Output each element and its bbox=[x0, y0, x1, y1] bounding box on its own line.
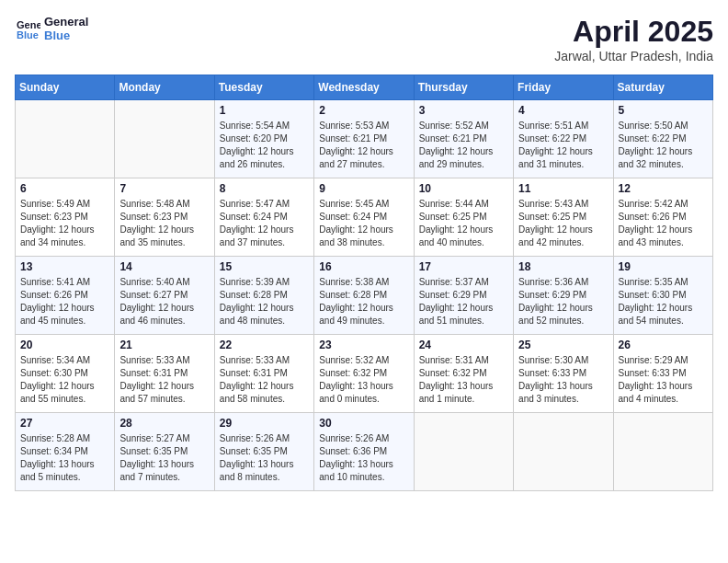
logo-icon: General Blue bbox=[15, 16, 40, 41]
calendar-cell: 27Sunrise: 5:28 AMSunset: 6:34 PMDayligh… bbox=[16, 413, 115, 491]
sunrise-text: Sunrise: 5:45 AM bbox=[319, 198, 408, 211]
month-title: April 2025 bbox=[554, 15, 713, 49]
day-number: 5 bbox=[619, 104, 708, 117]
calendar-table: Sunday Monday Tuesday Wednesday Thursday… bbox=[15, 75, 713, 491]
calendar-cell: 4Sunrise: 5:51 AMSunset: 6:22 PMDaylight… bbox=[514, 100, 613, 178]
col-friday: Friday bbox=[514, 75, 613, 100]
calendar-cell: 7Sunrise: 5:48 AMSunset: 6:23 PMDaylight… bbox=[115, 178, 214, 257]
day-number: 6 bbox=[20, 182, 109, 195]
sunset-text: Sunset: 6:21 PM bbox=[419, 132, 508, 145]
sunrise-text: Sunrise: 5:48 AM bbox=[119, 198, 209, 211]
daylight-text: Daylight: 12 hours and 43 minutes. bbox=[619, 224, 708, 249]
day-number: 24 bbox=[419, 339, 508, 351]
sunset-text: Sunset: 6:29 PM bbox=[419, 289, 508, 302]
day-info: Sunrise: 5:34 AMSunset: 6:30 PMDaylight:… bbox=[20, 354, 109, 406]
sunrise-text: Sunrise: 5:31 AM bbox=[419, 354, 508, 367]
day-number: 26 bbox=[619, 339, 708, 351]
day-number: 3 bbox=[419, 104, 508, 117]
day-info: Sunrise: 5:44 AMSunset: 6:25 PMDaylight:… bbox=[419, 198, 508, 249]
calendar-cell: 10Sunrise: 5:44 AMSunset: 6:25 PMDayligh… bbox=[414, 178, 513, 257]
day-info: Sunrise: 5:31 AMSunset: 6:32 PMDaylight:… bbox=[419, 354, 508, 406]
sunrise-text: Sunrise: 5:26 AM bbox=[220, 432, 309, 445]
sunrise-text: Sunrise: 5:50 AM bbox=[619, 120, 708, 132]
day-number: 14 bbox=[119, 260, 209, 273]
daylight-text: Daylight: 12 hours and 52 minutes. bbox=[518, 302, 608, 327]
calendar-cell bbox=[414, 413, 513, 491]
calendar-cell: 8Sunrise: 5:47 AMSunset: 6:24 PMDaylight… bbox=[214, 178, 313, 257]
calendar-cell: 15Sunrise: 5:39 AMSunset: 6:28 PMDayligh… bbox=[214, 257, 313, 335]
col-sunday: Sunday bbox=[16, 75, 115, 100]
sunset-text: Sunset: 6:25 PM bbox=[518, 211, 608, 224]
week-row-2: 6Sunrise: 5:49 AMSunset: 6:23 PMDaylight… bbox=[16, 178, 713, 257]
week-row-1: 1Sunrise: 5:54 AMSunset: 6:20 PMDaylight… bbox=[16, 100, 713, 178]
calendar-cell: 30Sunrise: 5:26 AMSunset: 6:36 PMDayligh… bbox=[314, 413, 414, 491]
sunset-text: Sunset: 6:20 PM bbox=[220, 132, 309, 145]
sunrise-text: Sunrise: 5:34 AM bbox=[20, 354, 109, 367]
calendar-cell: 24Sunrise: 5:31 AMSunset: 6:32 PMDayligh… bbox=[414, 335, 513, 413]
day-number: 17 bbox=[419, 260, 508, 273]
daylight-text: Daylight: 12 hours and 57 minutes. bbox=[119, 380, 209, 406]
calendar-cell: 13Sunrise: 5:41 AMSunset: 6:26 PMDayligh… bbox=[16, 257, 115, 335]
sunrise-text: Sunrise: 5:32 AM bbox=[319, 354, 408, 367]
calendar-cell: 12Sunrise: 5:42 AMSunset: 6:26 PMDayligh… bbox=[613, 178, 712, 257]
logo: General Blue General Blue bbox=[15, 15, 88, 42]
sunset-text: Sunset: 6:24 PM bbox=[319, 211, 408, 224]
calendar-cell: 17Sunrise: 5:37 AMSunset: 6:29 PMDayligh… bbox=[414, 257, 513, 335]
daylight-text: Daylight: 13 hours and 4 minutes. bbox=[619, 380, 708, 406]
day-info: Sunrise: 5:45 AMSunset: 6:24 PMDaylight:… bbox=[319, 198, 408, 249]
day-info: Sunrise: 5:26 AMSunset: 6:35 PMDaylight:… bbox=[220, 432, 309, 484]
day-info: Sunrise: 5:47 AMSunset: 6:24 PMDaylight:… bbox=[220, 198, 309, 249]
sunrise-text: Sunrise: 5:52 AM bbox=[419, 120, 508, 132]
day-number: 22 bbox=[220, 339, 309, 351]
week-row-5: 27Sunrise: 5:28 AMSunset: 6:34 PMDayligh… bbox=[16, 413, 713, 491]
day-info: Sunrise: 5:50 AMSunset: 6:22 PMDaylight:… bbox=[619, 120, 708, 171]
svg-text:Blue: Blue bbox=[17, 29, 39, 40]
sunset-text: Sunset: 6:25 PM bbox=[419, 211, 508, 224]
day-info: Sunrise: 5:27 AMSunset: 6:35 PMDaylight:… bbox=[119, 432, 209, 484]
daylight-text: Daylight: 12 hours and 31 minutes. bbox=[518, 145, 608, 171]
daylight-text: Daylight: 13 hours and 5 minutes. bbox=[20, 458, 109, 484]
daylight-text: Daylight: 12 hours and 54 minutes. bbox=[619, 302, 708, 327]
daylight-text: Daylight: 12 hours and 35 minutes. bbox=[119, 224, 209, 249]
day-info: Sunrise: 5:41 AMSunset: 6:26 PMDaylight:… bbox=[20, 276, 109, 327]
daylight-text: Daylight: 12 hours and 58 minutes. bbox=[220, 380, 309, 406]
daylight-text: Daylight: 12 hours and 38 minutes. bbox=[319, 224, 408, 249]
sunrise-text: Sunrise: 5:33 AM bbox=[220, 354, 309, 367]
day-info: Sunrise: 5:40 AMSunset: 6:27 PMDaylight:… bbox=[119, 276, 209, 327]
sunset-text: Sunset: 6:34 PM bbox=[20, 445, 109, 458]
daylight-text: Daylight: 13 hours and 7 minutes. bbox=[119, 458, 209, 484]
day-info: Sunrise: 5:32 AMSunset: 6:32 PMDaylight:… bbox=[319, 354, 408, 406]
col-tuesday: Tuesday bbox=[214, 75, 313, 100]
calendar-cell: 9Sunrise: 5:45 AMSunset: 6:24 PMDaylight… bbox=[314, 178, 414, 257]
col-monday: Monday bbox=[115, 75, 214, 100]
sunset-text: Sunset: 6:30 PM bbox=[619, 289, 708, 302]
sunset-text: Sunset: 6:31 PM bbox=[220, 367, 309, 380]
day-number: 10 bbox=[419, 182, 508, 195]
calendar-cell: 26Sunrise: 5:29 AMSunset: 6:33 PMDayligh… bbox=[613, 335, 712, 413]
day-number: 23 bbox=[319, 339, 408, 351]
daylight-text: Daylight: 12 hours and 32 minutes. bbox=[619, 145, 708, 171]
day-info: Sunrise: 5:30 AMSunset: 6:33 PMDaylight:… bbox=[518, 354, 608, 406]
sunrise-text: Sunrise: 5:49 AM bbox=[20, 198, 109, 211]
day-number: 2 bbox=[319, 104, 408, 117]
daylight-text: Daylight: 12 hours and 42 minutes. bbox=[518, 224, 608, 249]
calendar-cell: 6Sunrise: 5:49 AMSunset: 6:23 PMDaylight… bbox=[16, 178, 115, 257]
sunset-text: Sunset: 6:32 PM bbox=[419, 367, 508, 380]
daylight-text: Daylight: 13 hours and 3 minutes. bbox=[518, 380, 608, 406]
day-number: 15 bbox=[220, 260, 309, 273]
sunset-text: Sunset: 6:30 PM bbox=[20, 367, 109, 380]
sunrise-text: Sunrise: 5:51 AM bbox=[518, 120, 608, 132]
calendar-cell: 1Sunrise: 5:54 AMSunset: 6:20 PMDaylight… bbox=[214, 100, 313, 178]
daylight-text: Daylight: 12 hours and 37 minutes. bbox=[220, 224, 309, 249]
day-number: 21 bbox=[119, 339, 209, 351]
day-number: 7 bbox=[119, 182, 209, 195]
sunrise-text: Sunrise: 5:40 AM bbox=[119, 276, 209, 289]
calendar-cell: 16Sunrise: 5:38 AMSunset: 6:28 PMDayligh… bbox=[314, 257, 414, 335]
day-number: 29 bbox=[220, 417, 309, 430]
day-number: 30 bbox=[319, 417, 408, 430]
sunset-text: Sunset: 6:26 PM bbox=[20, 289, 109, 302]
day-number: 13 bbox=[20, 260, 109, 273]
day-number: 20 bbox=[20, 339, 109, 351]
page-header: General Blue General Blue April 2025 Jar… bbox=[15, 15, 713, 63]
logo-line1: General bbox=[44, 15, 88, 29]
